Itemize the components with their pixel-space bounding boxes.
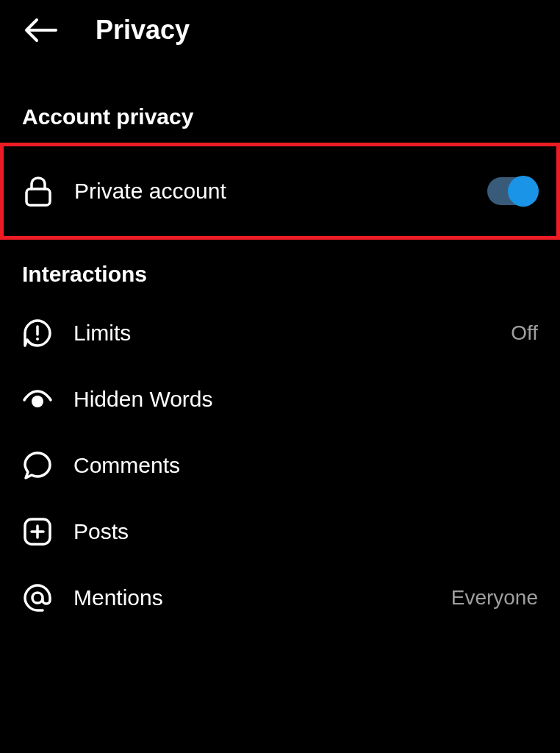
svg-rect-0 [26,189,50,205]
section-header-interactions: Interactions [0,240,560,300]
mentions-label: Mentions [73,585,431,610]
header: Privacy [0,0,560,60]
toggle-knob [508,176,539,207]
hidden-words-icon [22,384,53,415]
svg-point-3 [32,396,43,407]
row-comments[interactable]: Comments [0,432,560,499]
row-mentions[interactable]: Mentions Everyone [0,565,560,631]
back-arrow-icon[interactable] [22,17,59,43]
row-posts[interactable]: Posts [0,499,560,565]
posts-icon [22,516,53,547]
limits-icon [22,318,53,349]
mentions-value: Everyone [451,586,538,610]
svg-point-2 [36,338,39,340]
comments-label: Comments [73,453,538,478]
row-private-account[interactable]: Private account [0,143,560,240]
hidden-words-label: Hidden Words [73,387,538,412]
lock-icon [23,176,54,207]
section-header-account-privacy: Account privacy [0,60,560,143]
page-title: Privacy [96,15,190,46]
limits-label: Limits [73,321,490,346]
limits-value: Off [511,321,538,345]
posts-label: Posts [73,519,538,544]
mentions-icon [22,582,53,613]
private-account-label: Private account [74,179,467,204]
private-account-toggle[interactable] [487,177,537,205]
row-hidden-words[interactable]: Hidden Words [0,366,560,432]
row-limits[interactable]: Limits Off [0,300,560,366]
comments-icon [22,450,53,481]
